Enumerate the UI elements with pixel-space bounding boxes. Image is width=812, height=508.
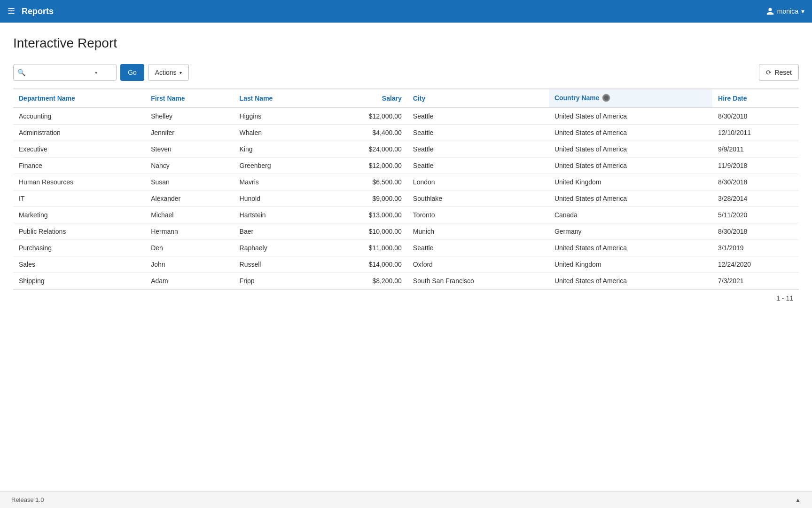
report-table: Department Name First Name Last Name Sal… xyxy=(13,88,799,289)
topbar: ☰ Reports monica ▾ xyxy=(0,0,812,23)
cell-country-name: United States of America xyxy=(549,190,712,207)
search-icon: 🔍 xyxy=(17,69,25,76)
cell-city: Toronto xyxy=(407,207,549,223)
col-header-salary[interactable]: Salary xyxy=(321,89,407,108)
cell-first-name: Jennifer xyxy=(145,125,234,141)
cell-country-name: United States of America xyxy=(549,141,712,158)
cell-hire-date: 9/9/2011 xyxy=(712,141,799,158)
reset-button[interactable]: ⟳ Reset xyxy=(759,64,799,81)
cell-country-name: United States of America xyxy=(549,125,712,141)
cell-country-name: United Kingdom xyxy=(549,256,712,273)
cell-salary: $12,000.00 xyxy=(321,158,407,174)
search-container: 🔍 ▾ xyxy=(13,64,117,81)
cell-first-name: Michael xyxy=(145,207,234,223)
table-row: Public RelationsHermannBaer$10,000.00Mun… xyxy=(13,223,799,240)
cell-country-name: United States of America xyxy=(549,240,712,256)
table-header-row: Department Name First Name Last Name Sal… xyxy=(13,89,799,108)
app-title: Reports xyxy=(22,7,766,16)
cell-department-name: Public Relations xyxy=(13,223,145,240)
cell-first-name: John xyxy=(145,256,234,273)
cell-city: Munich xyxy=(407,223,549,240)
cell-country-name: United States of America xyxy=(549,158,712,174)
table-row: AdministrationJenniferWhalen$4,400.00Sea… xyxy=(13,125,799,141)
cell-city: Southlake xyxy=(407,190,549,207)
cell-department-name: Finance xyxy=(13,158,145,174)
actions-label: Actions xyxy=(155,69,177,76)
col-header-last-name[interactable]: Last Name xyxy=(234,89,321,108)
cell-last-name: Fripp xyxy=(234,273,321,289)
cell-department-name: Marketing xyxy=(13,207,145,223)
cell-last-name: Whalen xyxy=(234,125,321,141)
user-menu[interactable]: monica ▾ xyxy=(766,7,804,16)
table-row: FinanceNancyGreenberg$12,000.00SeattleUn… xyxy=(13,158,799,174)
actions-chevron-icon: ▾ xyxy=(180,70,182,75)
cell-first-name: Shelley xyxy=(145,108,234,125)
cell-first-name: Susan xyxy=(145,174,234,190)
main-content: Interactive Report 🔍 ▾ Go Actions ▾ ⟳ Re… xyxy=(0,23,812,315)
search-input[interactable] xyxy=(27,69,93,76)
menu-icon[interactable]: ☰ xyxy=(8,6,15,16)
cell-country-name: Canada xyxy=(549,207,712,223)
table-row: MarketingMichaelHartstein$13,000.00Toron… xyxy=(13,207,799,223)
cell-city: London xyxy=(407,174,549,190)
cell-salary: $6,500.00 xyxy=(321,174,407,190)
cell-first-name: Hermann xyxy=(145,223,234,240)
go-button[interactable]: Go xyxy=(120,64,144,81)
cell-department-name: Shipping xyxy=(13,273,145,289)
cell-hire-date: 12/24/2020 xyxy=(712,256,799,273)
col-header-hire-date[interactable]: Hire Date xyxy=(712,89,799,108)
reset-label: Reset xyxy=(774,69,792,76)
cell-country-name: United States of America xyxy=(549,108,712,125)
table-row: SalesJohnRussell$14,000.00OxfordUnited K… xyxy=(13,256,799,273)
cell-department-name: Accounting xyxy=(13,108,145,125)
cell-city: Seattle xyxy=(407,240,549,256)
cell-last-name: Hartstein xyxy=(234,207,321,223)
cell-hire-date: 12/10/2011 xyxy=(712,125,799,141)
cell-country-name: United Kingdom xyxy=(549,174,712,190)
cell-first-name: Alexander xyxy=(145,190,234,207)
cell-salary: $11,000.00 xyxy=(321,240,407,256)
cell-hire-date: 8/30/2018 xyxy=(712,223,799,240)
cell-salary: $8,200.00 xyxy=(321,273,407,289)
cell-department-name: Sales xyxy=(13,256,145,273)
cell-hire-date: 5/11/2020 xyxy=(712,207,799,223)
cell-last-name: Greenberg xyxy=(234,158,321,174)
col-header-city[interactable]: City xyxy=(407,89,549,108)
cell-city: Seattle xyxy=(407,108,549,125)
cell-salary: $24,000.00 xyxy=(321,141,407,158)
col-header-country-name[interactable]: Country Name xyxy=(549,89,712,108)
cell-department-name: Purchasing xyxy=(13,240,145,256)
col-header-first-name[interactable]: First Name xyxy=(145,89,234,108)
col-header-department-name[interactable]: Department Name xyxy=(13,89,145,108)
cell-department-name: Human Resources xyxy=(13,174,145,190)
cell-hire-date: 3/28/2014 xyxy=(712,190,799,207)
reset-icon: ⟳ xyxy=(766,69,772,76)
cell-city: Seattle xyxy=(407,141,549,158)
cell-country-name: United States of America xyxy=(549,273,712,289)
actions-button[interactable]: Actions ▾ xyxy=(148,64,189,81)
username-label: monica xyxy=(777,8,798,15)
user-chevron-icon: ▾ xyxy=(801,8,804,15)
cell-country-name: Germany xyxy=(549,223,712,240)
table-row: ShippingAdamFripp$8,200.00South San Fran… xyxy=(13,273,799,289)
cell-salary: $12,000.00 xyxy=(321,108,407,125)
cell-last-name: Russell xyxy=(234,256,321,273)
cell-salary: $13,000.00 xyxy=(321,207,407,223)
cell-last-name: Baer xyxy=(234,223,321,240)
cell-salary: $9,000.00 xyxy=(321,190,407,207)
cell-city: Seattle xyxy=(407,125,549,141)
cell-first-name: Adam xyxy=(145,273,234,289)
table-row: ITAlexanderHunold$9,000.00SouthlakeUnite… xyxy=(13,190,799,207)
cell-first-name: Den xyxy=(145,240,234,256)
cell-salary: $4,400.00 xyxy=(321,125,407,141)
search-caret-icon: ▾ xyxy=(95,70,97,75)
cell-last-name: Raphaely xyxy=(234,240,321,256)
table-row: AccountingShelleyHiggins$12,000.00Seattl… xyxy=(13,108,799,125)
cell-department-name: Executive xyxy=(13,141,145,158)
toolbar: 🔍 ▾ Go Actions ▾ ⟳ Reset xyxy=(13,64,799,81)
cell-hire-date: 11/9/2018 xyxy=(712,158,799,174)
cell-first-name: Nancy xyxy=(145,158,234,174)
table-row: PurchasingDenRaphaely$11,000.00SeattleUn… xyxy=(13,240,799,256)
cell-hire-date: 8/30/2018 xyxy=(712,174,799,190)
pagination: 1 - 11 xyxy=(13,289,799,304)
